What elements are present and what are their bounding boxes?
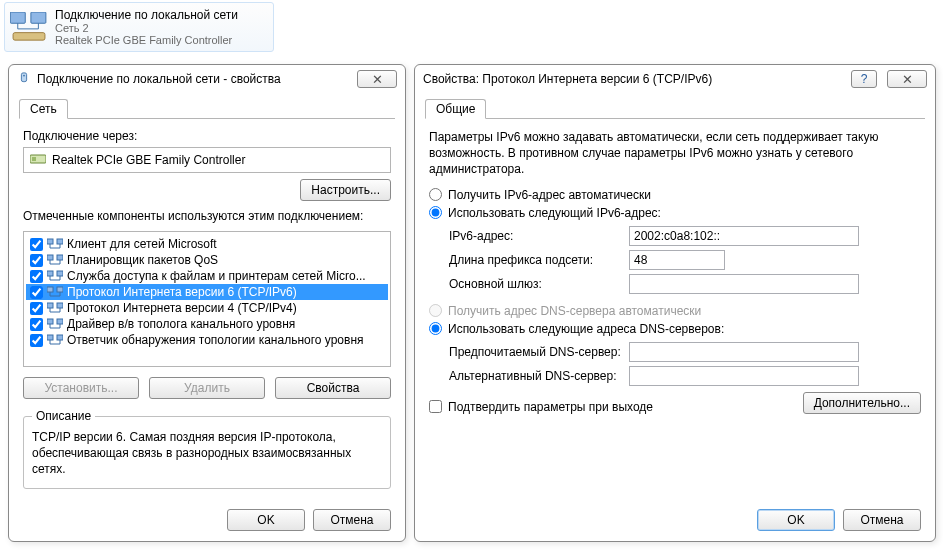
component-item[interactable]: Служба доступа к файлам и принтерам сете… xyxy=(26,268,388,284)
help-icon: ? xyxy=(861,72,868,86)
ipv6-address-label: IPv6-адрес: xyxy=(449,229,629,243)
svg-rect-0 xyxy=(10,12,25,23)
component-item[interactable]: Драйвер в/в тополога канального уровня xyxy=(26,316,388,332)
component-item[interactable]: Клиент для сетей Microsoft xyxy=(26,236,388,252)
component-label: Планировщик пакетов QoS xyxy=(67,253,218,267)
install-button[interactable]: Установить... xyxy=(23,377,139,399)
adapter-name-text: Realtek PCIe GBE Family Controller xyxy=(52,153,245,167)
svg-rect-7 xyxy=(47,239,53,244)
svg-rect-11 xyxy=(47,271,53,276)
tab-network[interactable]: Сеть xyxy=(19,99,68,119)
radio-manual-address[interactable]: Использовать следующий IPv6-адрес: xyxy=(429,206,921,220)
configure-button[interactable]: Настроить... xyxy=(300,179,391,201)
ipv6-intro-text: Параметры IPv6 можно задавать автоматиче… xyxy=(429,129,921,178)
svg-rect-3 xyxy=(21,73,26,82)
gateway-label: Основной шлюз: xyxy=(449,277,629,291)
description-legend: Описание xyxy=(32,409,95,423)
preferred-dns-input[interactable] xyxy=(629,342,859,362)
protocol-icon xyxy=(47,253,63,267)
radio-auto-address-label: Получить IPv6-адрес автоматически xyxy=(448,188,651,202)
network-adapter-icon xyxy=(9,7,49,47)
ipv6-address-input[interactable] xyxy=(629,226,859,246)
radio-auto-address-input[interactable] xyxy=(429,188,442,201)
component-label: Протокол Интернета версии 4 (TCP/IPv4) xyxy=(67,301,297,315)
description-text: TCP/IP версии 6. Самая поздняя версия IP… xyxy=(32,429,382,478)
dialog-title: Подключение по локальной сети - свойства xyxy=(37,72,351,86)
nic-icon xyxy=(30,152,46,169)
component-label: Клиент для сетей Microsoft xyxy=(67,237,217,251)
svg-rect-10 xyxy=(57,255,63,260)
network-icon xyxy=(17,72,31,86)
alternate-dns-input[interactable] xyxy=(629,366,859,386)
advanced-button[interactable]: Дополнительно... xyxy=(803,392,921,414)
component-label: Ответчик обнаружения топологии канальног… xyxy=(67,333,364,347)
close-icon: ✕ xyxy=(902,73,913,86)
svg-rect-17 xyxy=(47,319,53,324)
description-box: Описание TCP/IP версии 6. Самая поздняя … xyxy=(23,409,391,489)
component-checkbox[interactable] xyxy=(30,302,43,315)
component-checkbox[interactable] xyxy=(30,270,43,283)
ok-button[interactable]: OK xyxy=(757,509,835,531)
tab-general[interactable]: Общие xyxy=(425,99,486,119)
component-label: Протокол Интернета версии 6 (TCP/IPv6) xyxy=(67,285,297,299)
component-checkbox[interactable] xyxy=(30,318,43,331)
gateway-input[interactable] xyxy=(629,274,859,294)
protocol-icon xyxy=(47,333,63,347)
component-checkbox[interactable] xyxy=(30,286,43,299)
radio-manual-dns-label: Использовать следующие адреса DNS-сервер… xyxy=(448,322,724,336)
dialog-title: Свойства: Протокол Интернета версии 6 (T… xyxy=(423,72,845,86)
network-adapter-tile[interactable]: Подключение по локальной сети Сеть 2 Rea… xyxy=(4,2,274,52)
component-label: Служба доступа к файлам и принтерам сете… xyxy=(67,269,366,283)
protocol-icon xyxy=(47,237,63,251)
connection-properties-dialog: Подключение по локальной сети - свойства… xyxy=(8,64,406,542)
radio-manual-dns[interactable]: Использовать следующие адреса DNS-сервер… xyxy=(429,322,921,336)
svg-point-4 xyxy=(23,75,25,77)
help-button[interactable]: ? xyxy=(851,70,877,88)
radio-auto-dns-label: Получить адрес DNS-сервера автоматически xyxy=(448,304,701,318)
radio-auto-dns: Получить адрес DNS-сервера автоматически xyxy=(429,304,921,318)
component-item[interactable]: Ответчик обнаружения топологии канальног… xyxy=(26,332,388,348)
adapter-box: Realtek PCIe GBE Family Controller xyxy=(23,147,391,173)
ipv6-properties-dialog: Свойства: Протокол Интернета версии 6 (T… xyxy=(414,64,936,542)
cancel-button[interactable]: Отмена xyxy=(313,509,391,531)
components-list[interactable]: Клиент для сетей MicrosoftПланировщик па… xyxy=(23,231,391,367)
component-checkbox[interactable] xyxy=(30,238,43,251)
preferred-dns-label: Предпочитаемый DNS-сервер: xyxy=(449,345,629,359)
components-label: Отмеченные компоненты используются этим … xyxy=(23,209,391,223)
prefix-length-input[interactable] xyxy=(629,250,725,270)
validate-checkbox[interactable] xyxy=(429,400,442,413)
component-item[interactable]: Протокол Интернета версии 4 (TCP/IPv4) xyxy=(26,300,388,316)
svg-rect-15 xyxy=(47,303,53,308)
close-button[interactable]: ✕ xyxy=(887,70,927,88)
svg-rect-9 xyxy=(47,255,53,260)
protocol-icon xyxy=(47,317,63,331)
radio-manual-address-label: Использовать следующий IPv6-адрес: xyxy=(448,206,661,220)
prefix-length-label: Длина префикса подсети: xyxy=(449,253,629,267)
adapter-network: Сеть 2 xyxy=(55,22,238,34)
radio-manual-dns-input[interactable] xyxy=(429,322,442,335)
svg-rect-14 xyxy=(57,287,63,292)
protocol-icon xyxy=(47,301,63,315)
protocol-icon xyxy=(47,285,63,299)
component-item[interactable]: Протокол Интернета версии 6 (TCP/IPv6) xyxy=(26,284,388,300)
close-icon: ✕ xyxy=(372,73,383,86)
properties-button[interactable]: Свойства xyxy=(275,377,391,399)
component-item[interactable]: Планировщик пакетов QoS xyxy=(26,252,388,268)
component-checkbox[interactable] xyxy=(30,254,43,267)
svg-rect-13 xyxy=(47,287,53,292)
svg-rect-12 xyxy=(57,271,63,276)
ok-button[interactable]: OK xyxy=(227,509,305,531)
radio-auto-address[interactable]: Получить IPv6-адрес автоматически xyxy=(429,188,921,202)
validate-label: Подтвердить параметры при выходе xyxy=(448,400,653,414)
radio-manual-address-input[interactable] xyxy=(429,206,442,219)
alternate-dns-label: Альтернативный DNS-сервер: xyxy=(449,369,629,383)
svg-rect-18 xyxy=(57,319,63,324)
close-button[interactable]: ✕ xyxy=(357,70,397,88)
uninstall-button[interactable]: Удалить xyxy=(149,377,265,399)
svg-rect-1 xyxy=(31,12,46,23)
cancel-button[interactable]: Отмена xyxy=(843,509,921,531)
svg-rect-19 xyxy=(47,335,53,340)
svg-rect-8 xyxy=(57,239,63,244)
protocol-icon xyxy=(47,269,63,283)
component-checkbox[interactable] xyxy=(30,334,43,347)
